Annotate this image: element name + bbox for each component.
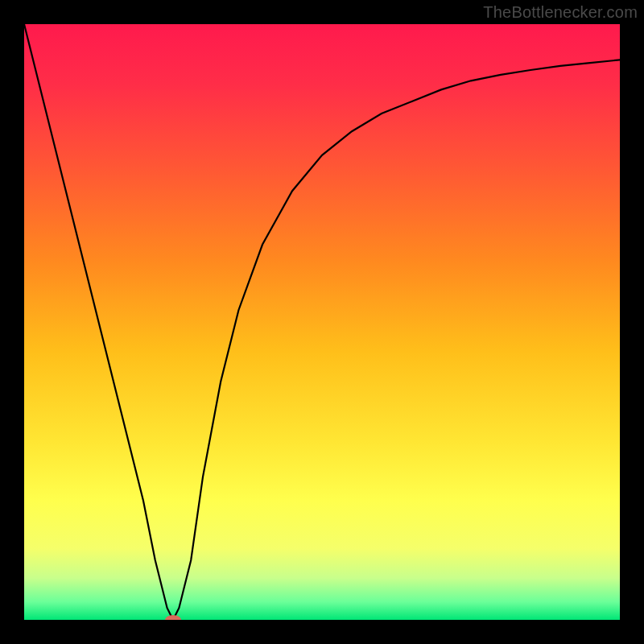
- watermark-text: TheBottlenecker.com: [483, 3, 638, 22]
- bottleneck-chart: [24, 24, 620, 620]
- chart-frame: TheBottlenecker.com: [0, 0, 644, 644]
- heat-gradient-background: [24, 24, 620, 620]
